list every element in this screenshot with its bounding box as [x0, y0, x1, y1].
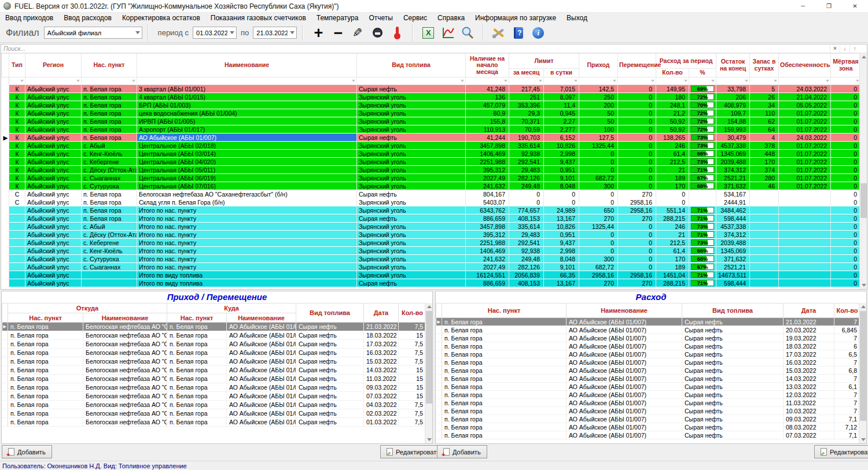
- table-row[interactable]: п. Белая гораБелогоская нефтебаза АО "Са…: [2, 366, 426, 375]
- cell[interactable]: 01.07.2022: [779, 150, 831, 158]
- cell[interactable]: 73%: [689, 142, 716, 150]
- cell[interactable]: АО Абыйское (АБЫ 01/007): [567, 375, 682, 383]
- table-row[interactable]: п. Белая гораБелогоская нефтебаза АО "Са…: [2, 418, 426, 427]
- table-row[interactable]: п. Белая гораАО Абыйское (АБЫ 01/007)Сыр…: [436, 367, 860, 375]
- menu-item[interactable]: Корректировка остатков: [117, 13, 205, 23]
- cell[interactable]: 04.03.2022: [364, 401, 399, 409]
- cell[interactable]: Сырая нефть: [296, 331, 364, 340]
- cell[interactable]: 2251,988: [466, 239, 509, 247]
- column-filter[interactable]: [137, 77, 357, 85]
- cell[interactable]: Белогоская нефтебаза АО "Са: [83, 409, 167, 418]
- cell[interactable]: [750, 214, 779, 223]
- edit-button[interactable]: ✎: [348, 24, 367, 42]
- cell[interactable]: 7,5: [399, 357, 426, 366]
- cell[interactable]: 10.03.2022: [784, 407, 834, 415]
- cell[interactable]: 50,92: [656, 117, 689, 125]
- cell[interactable]: 15: [399, 366, 426, 375]
- cell[interactable]: 01.07.2022: [779, 158, 831, 166]
- cell[interactable]: 251: [509, 93, 544, 101]
- cell[interactable]: К: [9, 166, 25, 174]
- cell[interactable]: Зырянский уголь: [357, 109, 466, 117]
- cell[interactable]: 0: [618, 223, 656, 231]
- cell[interactable]: п. Белая гора: [167, 375, 227, 383]
- cell[interactable]: 5: [750, 85, 779, 93]
- cell[interactable]: Белогоская нефтебаза АО "Са: [83, 418, 167, 427]
- cell[interactable]: 2039,488: [716, 239, 750, 247]
- cell[interactable]: 0: [831, 247, 861, 255]
- cell[interactable]: Зырянский уголь: [357, 239, 466, 247]
- table-row[interactable]: КАбыйский улусс. Кенг-КюёльЦентральная (…: [2, 150, 861, 158]
- cell[interactable]: 2027,49: [466, 263, 509, 271]
- col-header-limit[interactable]: Лимит: [509, 54, 579, 69]
- table-row[interactable]: п. Белая гораАО Абыйское (АБЫ 01/007)Сыр…: [436, 391, 860, 399]
- cell[interactable]: 8,097: [544, 93, 579, 101]
- table-row[interactable]: п. Белая гораАО Абыйское (АБЫ 01/007)Сыр…: [436, 334, 860, 342]
- cell[interactable]: Сырая нефть: [296, 409, 364, 418]
- cell[interactable]: Центральная (АБЫ 04/020): [137, 158, 357, 166]
- cell[interactable]: 24.03.2022: [779, 85, 831, 93]
- cell[interactable]: 9,437: [544, 158, 579, 166]
- cell[interactable]: п. Белая гора: [8, 392, 83, 401]
- table-row[interactable]: п. Белая гораБелогоская нефтебаза АО "Са…: [2, 409, 426, 418]
- cell[interactable]: Итого по виду топлива: [137, 279, 357, 287]
- cell[interactable]: 67%: [689, 174, 716, 182]
- table-row[interactable]: п. Белая гораАО Абыйское (АБЫ 01/007)Сыр…: [436, 375, 860, 383]
- cell[interactable]: 774,657: [509, 206, 544, 214]
- cell[interactable]: 0: [831, 214, 861, 223]
- cell[interactable]: 67%: [689, 263, 716, 271]
- cell[interactable]: 7: [834, 375, 860, 383]
- cell[interactable]: 282,126: [509, 174, 544, 182]
- cell[interactable]: 270: [618, 190, 656, 198]
- cell[interactable]: АО Абыйское (АБЫ 01/007): [567, 383, 682, 391]
- cell[interactable]: Зырянский уголь: [357, 198, 466, 206]
- cell[interactable]: 2521,21: [716, 174, 750, 182]
- table-row[interactable]: ▶п. Белая гораБелогоская нефтебаза АО "С…: [2, 323, 426, 331]
- cell[interactable]: 07.03.2022: [364, 392, 399, 401]
- cell[interactable]: К: [9, 117, 25, 125]
- cell[interactable]: АО Абыйское (АБЫ 01/007): [567, 415, 682, 423]
- cell[interactable]: АО Абыйское (АБЫ 01/007): [567, 326, 682, 334]
- cell[interactable]: 159,993: [716, 125, 750, 134]
- cell[interactable]: Сырая нефть: [682, 391, 784, 399]
- cell[interactable]: Зырянский уголь: [357, 150, 466, 158]
- cell[interactable]: 7: [834, 407, 860, 415]
- cell[interactable]: 21.03.2022: [784, 318, 834, 326]
- column-filter[interactable]: [357, 77, 466, 85]
- table-row[interactable]: Абыйский улусИтого по виду топливаСырая …: [2, 279, 861, 287]
- menu-item[interactable]: Показания газовых счетчиков: [205, 13, 311, 23]
- rashod-add-button[interactable]: Добавить: [437, 445, 487, 458]
- cell[interactable]: Сырая нефть: [296, 383, 364, 392]
- table-row[interactable]: КАбыйский улусп. Белая гораАэропорт (АБЫ…: [2, 125, 861, 134]
- cell[interactable]: [9, 263, 25, 271]
- cell[interactable]: Итого по нас. пункту: [137, 223, 357, 231]
- cell[interactable]: 2444,91: [716, 198, 750, 206]
- cell[interactable]: С: [9, 190, 25, 198]
- cell[interactable]: 0: [831, 166, 861, 174]
- scroll-down-icon[interactable]: [859, 436, 867, 443]
- cell[interactable]: 408,979: [716, 101, 750, 109]
- cell[interactable]: 11,4: [544, 101, 579, 109]
- table-row[interactable]: САбыйский улусп. Белая гораБелогоская не…: [2, 190, 861, 198]
- cell[interactable]: 09.03.2022: [364, 383, 399, 392]
- cell[interactable]: 212,5: [656, 158, 689, 166]
- cell[interactable]: [9, 271, 25, 279]
- cell[interactable]: 7,5: [399, 418, 426, 427]
- column-filter[interactable]: [579, 77, 618, 85]
- cell[interactable]: Абыйский улус: [25, 101, 82, 109]
- cell[interactable]: 0: [579, 231, 618, 239]
- cell[interactable]: п. Белая гора: [167, 401, 227, 409]
- cell[interactable]: Абыйский улус: [25, 271, 82, 279]
- cell[interactable]: 0: [831, 158, 861, 166]
- table-row[interactable]: Абыйский улусс. СутуруохаИтого по нас. п…: [2, 255, 861, 263]
- cell[interactable]: Зырянский уголь: [357, 93, 466, 101]
- cell[interactable]: п. Белая гора: [442, 391, 567, 399]
- cell[interactable]: с. Сыаганнах: [82, 263, 137, 271]
- cell[interactable]: п. Белая гора: [82, 206, 137, 214]
- cell[interactable]: 110,913: [466, 125, 509, 134]
- cell[interactable]: Абыйский улус: [25, 190, 82, 198]
- cell[interactable]: 5403,07: [466, 198, 509, 206]
- scroll-up-icon[interactable]: [860, 53, 867, 61]
- cell[interactable]: Абыйский улус: [25, 214, 82, 223]
- cell[interactable]: АО Абыйское (АБЫ 01/007): [227, 366, 296, 375]
- cell[interactable]: 0: [831, 231, 861, 239]
